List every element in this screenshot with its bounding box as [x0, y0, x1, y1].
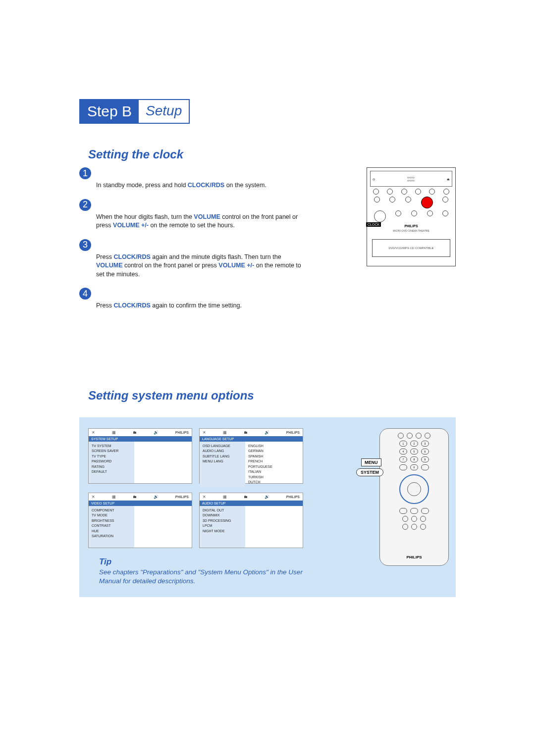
numpad-key: 8 [410, 456, 418, 462]
numpad-key: 5 [410, 449, 418, 454]
screen-title: LANGUAGE SETUP [200, 436, 303, 442]
clock-steps-list: 1 In standby mode, press and hold CLOCK/… [79, 167, 362, 319]
text: again to confirm the time setting. [151, 302, 242, 309]
remote-button-icon [398, 433, 404, 439]
screen-icon-bar: ✕▦🖿🔊PHILIPS [89, 493, 192, 501]
speaker-icon: 🔊 [265, 430, 269, 435]
keyword: CLOCK/RDS [113, 253, 150, 260]
power-button-icon [421, 197, 433, 208]
menu-item: AUDIO LANG [203, 449, 242, 454]
folder-icon: 🖿 [133, 430, 137, 435]
menu-item: HUE [92, 529, 131, 534]
cd-text: DVD/VCD/MP3-CD COMPATIBLE [388, 247, 433, 250]
menu-item: DIGITAL OUT [203, 508, 242, 513]
remote-button-icon [402, 516, 408, 522]
device-button-row [369, 210, 453, 222]
device-button-icon [405, 197, 411, 202]
numpad-key: 1 [399, 441, 407, 447]
device-subtitle: MICRO DVD CINEMA THEATRE [369, 229, 453, 232]
text: When the hour digits flash, turn the [96, 213, 194, 220]
lang-option: ENGLISH [248, 444, 300, 449]
menu-item: SUBTITLE LANG [203, 454, 242, 459]
remote-button-icon [407, 433, 413, 439]
step-name: Setup [139, 100, 189, 123]
device-brand: PHILIPS [369, 224, 453, 228]
device-button-icon [411, 210, 417, 216]
device-button-icon [415, 189, 421, 195]
folder-icon: 🖿 [244, 495, 248, 499]
menu-item: TV MODE [92, 513, 131, 518]
section-title-clock: Setting the clock [88, 148, 456, 161]
numpad-key: 9 [421, 456, 429, 462]
lang-option: TURKISH [248, 475, 300, 480]
folder-icon: 🖿 [244, 430, 248, 435]
screen-brand: PHILIPS [175, 495, 189, 499]
keyword: VOLUME [194, 213, 220, 220]
device-button-icon [387, 189, 393, 195]
screen-language-setup: ✕▦🖿🔊PHILIPS LANGUAGE SETUP OSD LANGUAGE … [199, 428, 303, 484]
keyword: CLOCK/RDS [188, 182, 224, 189]
device-button-icon [442, 210, 448, 216]
menu-item: CONTRAST [92, 523, 131, 529]
text: In standby mode, press and hold [96, 182, 188, 189]
numpad-key: 6 [421, 449, 429, 454]
device-button-icon [395, 210, 401, 216]
keyword: VOLUME +/- [218, 262, 254, 269]
screen-icon-bar: ✕▦🖿🔊PHILIPS [200, 429, 303, 436]
keyword: CLOCK/RDS [113, 302, 150, 309]
speaker-icon: 🔊 [154, 430, 159, 435]
menu-item: TV SYSTEM [92, 444, 131, 449]
device-button-row [369, 197, 453, 208]
lang-option: PORTUGUESE [248, 464, 300, 470]
lang-option: DUTCH [248, 480, 300, 485]
navigation-ring-icon [399, 474, 429, 504]
menu-item: DEFAULT [92, 469, 131, 475]
menu-item: MENU LANG [203, 459, 242, 464]
menu-item: COMPONENT [92, 508, 131, 513]
remote-button-icon [421, 508, 429, 514]
text: Press [96, 302, 113, 309]
step-number-icon: 4 [79, 288, 91, 300]
step-number-icon: 1 [79, 167, 91, 179]
step-text: When the hour digits flash, turn the VOL… [96, 199, 304, 230]
callout-system: SYSTEM [356, 468, 383, 476]
step-label: Step B [80, 100, 139, 123]
screen-brand: PHILIPS [175, 431, 189, 434]
device-cd-slot: DVD/VCD/MP3-CD COMPATIBLE [372, 239, 450, 257]
device-button-icon [442, 197, 448, 202]
grid-icon: ▦ [223, 430, 227, 435]
clock-step-3: 3 Press CLOCK/RDS again and the minute d… [79, 239, 362, 279]
menu-item: OSD LANGUAGE [203, 444, 242, 449]
grid-icon: ▦ [112, 495, 116, 499]
manual-page: Step B Setup Setting the clock 1 In stan… [0, 0, 535, 647]
clock-step-4: 4 Press CLOCK/RDS again to confirm the t… [79, 288, 362, 310]
menu-items-column: DIGITAL OUT DOWNMIX 3D PROCESSING LPCM N… [200, 506, 245, 548]
language-list: ENGLISH GERMAN SPANISH FRENCH PORTUGUESE… [245, 442, 303, 487]
remote-button-icon [399, 508, 407, 514]
step-text: Press CLOCK/RDS again and the minute dig… [96, 239, 304, 279]
numpad-key: 0 [410, 464, 418, 470]
clock-step-1: 1 In standby mode, press and hold CLOCK/… [79, 167, 362, 190]
text: Press [96, 253, 113, 260]
menu-item: SATURATION [92, 534, 131, 539]
screen-title: AUDIO SETUP [200, 501, 303, 506]
lang-option: SPANISH [248, 454, 300, 459]
wrench-icon: ✕ [92, 430, 95, 435]
step-text: In standby mode, press and hold CLOCK/RD… [96, 167, 267, 190]
remote-button-icon [402, 524, 408, 530]
menu-items-column: OSD LANGUAGE AUDIO LANG SUBTITLE LANG ME… [200, 442, 245, 487]
screen-title: SYSTEM SETUP [89, 436, 192, 442]
screen-brand: PHILIPS [286, 495, 300, 499]
text: on the remote to set the hours. [149, 222, 235, 229]
menu-section: ✕▦🖿🔊PHILIPS SYSTEM SETUP TV SYSTEM SCREE… [79, 417, 456, 598]
speaker-icon: 🔊 [154, 495, 159, 499]
section-title-menu: Setting system menu options [88, 389, 456, 403]
remote-button-icon [416, 433, 422, 439]
menu-item: 3D PROCESSING [203, 518, 242, 524]
clock-knob-icon [374, 210, 386, 222]
device-button-icon [427, 210, 433, 216]
screen-title: VIDEO SETUP [89, 501, 192, 506]
text: again and the minute digits flash. Then … [151, 253, 281, 260]
text: control on the front panel or press [122, 262, 218, 269]
device-button-icon [429, 189, 435, 195]
